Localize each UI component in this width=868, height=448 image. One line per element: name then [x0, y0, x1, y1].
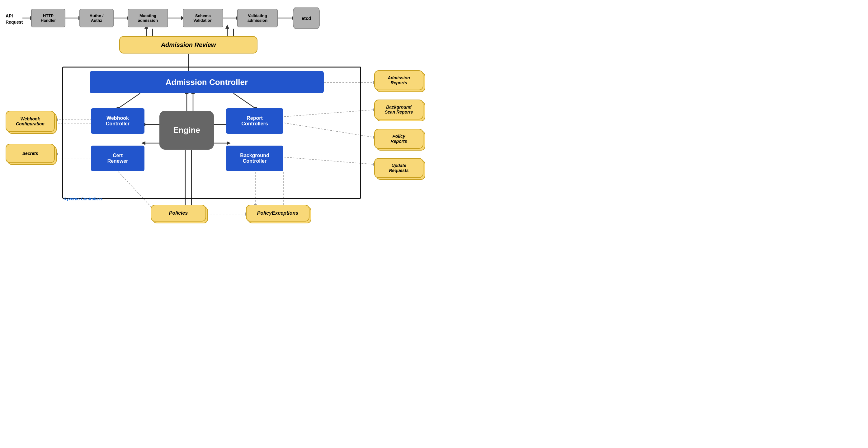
- policy-exceptions-box: PolicyExceptions: [246, 205, 309, 221]
- update-requests-box: UpdateRequests: [374, 158, 424, 178]
- policies-box: Policies: [151, 205, 206, 221]
- report-controllers-box: ReportControllers: [226, 108, 283, 134]
- http-handler-box: HTTPHandler: [31, 9, 65, 27]
- etcd-cylinder: etcd: [293, 7, 320, 29]
- api-request-label: APIRequest: [6, 13, 23, 25]
- engine-box: Engine: [159, 111, 214, 150]
- background-controller-box: BackgroundController: [226, 146, 283, 171]
- mutating-admission-box: Mutatingadmission: [128, 9, 168, 27]
- authn-authz-box: Authn /Authz: [80, 9, 114, 27]
- architecture-diagram: APIRequest HTTPHandler Authn /Authz Muta…: [0, 0, 434, 224]
- webhook-config-box: WebhookConfiguration: [6, 111, 55, 132]
- admission-reports-box: AdmissionReports: [374, 70, 424, 90]
- admission-review-box: Admission Review: [119, 36, 257, 54]
- kyverno-controllers-label: Kyverno Controllers: [63, 197, 102, 201]
- admission-controller-box: Admission Controller: [90, 71, 324, 93]
- cert-renewer-box: CertRenewer: [91, 146, 145, 171]
- secrets-box: Secrets: [6, 144, 55, 163]
- webhook-controller-box: WebhookController: [91, 108, 145, 134]
- schema-validation-box: SchemaValidation: [183, 9, 223, 27]
- svg-marker-17: [225, 25, 229, 29]
- background-scan-reports-box: BackgroundScan Reports: [374, 100, 424, 119]
- validating-admission-box: Validatingadmission: [237, 9, 278, 27]
- policy-reports-box: PolicyReports: [374, 129, 424, 149]
